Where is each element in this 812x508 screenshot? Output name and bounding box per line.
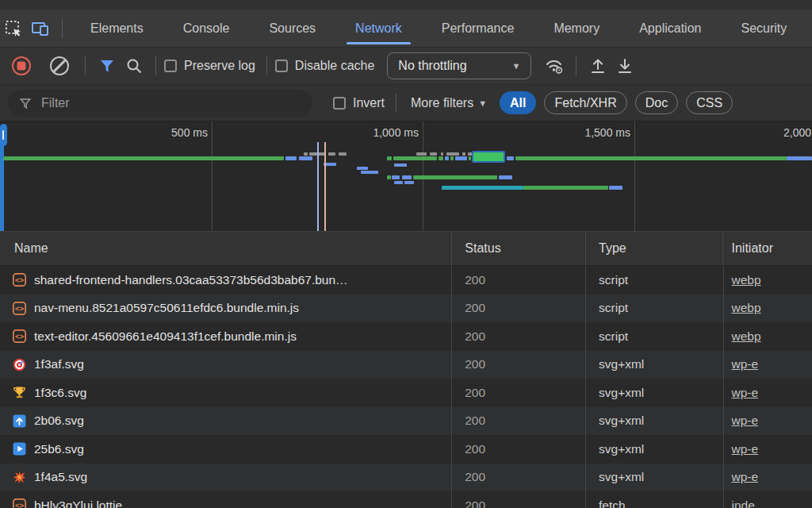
column-header-status[interactable]: Status <box>451 232 585 265</box>
request-initiator-cell: wp-e <box>723 379 812 407</box>
tab-label: Console <box>183 21 230 36</box>
network-request-row[interactable]: 2b06.svg200svg+xmlwp-e <box>0 407 812 436</box>
tab-elements[interactable]: Elements <box>71 10 163 47</box>
filter-input[interactable] <box>8 90 312 117</box>
inspect-element-button[interactable] <box>0 15 27 42</box>
waterfall-bar <box>413 175 497 179</box>
waterfall-bar <box>328 152 335 156</box>
tab-performance[interactable]: Performance <box>422 10 534 47</box>
initiator-link[interactable]: wp-e <box>732 357 759 371</box>
import-har-button[interactable] <box>584 52 611 79</box>
requests-table-header: Name Status Type Initiator <box>0 232 812 266</box>
divider <box>576 56 576 75</box>
waterfall-bar <box>450 156 454 160</box>
network-request-row[interactable]: <>text-editor.45609661e409413f1cef.bundl… <box>0 322 812 351</box>
network-request-row[interactable]: <>nav-menu.8521a0597c50611efdc6.bundle.m… <box>0 294 812 323</box>
waterfall-bar <box>416 152 427 156</box>
request-name: 1f3af.svg <box>34 357 84 371</box>
request-name: bHly3qYlui.lottie <box>34 498 122 508</box>
request-name: 25b6.svg <box>34 442 84 456</box>
column-header-initiator[interactable]: Initiator <box>722 232 812 265</box>
time-label: 2,000 ms <box>783 126 812 139</box>
tab-sources[interactable]: Sources <box>249 10 335 47</box>
network-overview[interactable]: 500 ms1,000 ms1,500 ms2,000 ms <box>0 121 812 232</box>
request-type-cell: script <box>585 322 722 351</box>
waterfall-bar <box>439 156 443 160</box>
request-status-cell: 200 <box>451 266 585 294</box>
network-request-row[interactable]: 1f4a5.svg200svg+xmlwp-e <box>0 464 812 492</box>
filter-pill-fetch-xhr[interactable]: Fetch/XHR <box>544 91 626 114</box>
initiator-link[interactable]: wp-e <box>732 386 759 400</box>
more-filters-button[interactable]: More filters <box>411 96 473 110</box>
devtools-tab-bar: ElementsConsoleSourcesNetworkPerformance… <box>0 10 812 48</box>
record-button[interactable] <box>12 56 31 75</box>
window-top-strip <box>0 0 812 10</box>
invert-checkbox[interactable] <box>333 97 346 110</box>
waterfall-bar <box>404 181 414 184</box>
initiator-link[interactable]: inde <box>732 498 755 508</box>
waterfall-bar <box>462 152 465 156</box>
script-icon: <> <box>13 498 26 508</box>
filter-toggle-button[interactable] <box>94 52 121 79</box>
download-icon <box>615 56 634 75</box>
filter-text-field[interactable] <box>40 95 278 111</box>
collision-icon <box>13 471 26 484</box>
tab-application[interactable]: Application <box>619 10 721 47</box>
devtools-window: ElementsConsoleSourcesNetworkPerformance… <box>0 0 812 508</box>
network-request-row[interactable]: 25b6.svg200svg+xmlwp-e <box>0 435 812 464</box>
panel-tabs: ElementsConsoleSourcesNetworkPerformance… <box>71 10 806 47</box>
request-type-filters: AllFetch/XHRDocCSS <box>500 91 741 114</box>
request-name-cell: 1f3af.svg <box>0 351 451 379</box>
network-request-row[interactable]: <>shared-frontend-handlers.03caa53373b56… <box>0 266 812 294</box>
network-conditions-button[interactable] <box>541 52 568 79</box>
network-request-row[interactable]: <>bHly3qYlui.lottie200fetchinde <box>0 491 812 508</box>
time-label: 1,500 ms <box>535 126 630 139</box>
request-name-cell: <>text-editor.45609661e409413f1cef.bundl… <box>0 322 451 351</box>
waterfall-bar <box>285 156 297 160</box>
overview-left-grip[interactable] <box>0 124 7 146</box>
initiator-link[interactable]: webp <box>732 273 761 287</box>
column-header-type[interactable]: Type <box>585 232 722 265</box>
initiator-link[interactable]: wp-e <box>732 442 759 456</box>
tab-network[interactable]: Network <box>335 10 422 47</box>
time-label: 500 ms <box>113 126 208 139</box>
waterfall-bar <box>304 152 308 156</box>
initiator-link[interactable]: wp-e <box>732 470 759 484</box>
column-header-name[interactable]: Name <box>0 232 451 265</box>
network-request-row[interactable]: 1f3c6.svg200svg+xmlwp-e <box>0 379 812 407</box>
waterfall-bar <box>402 175 412 179</box>
chevron-down-icon: ▼ <box>511 61 520 71</box>
waterfall-bar <box>442 186 523 190</box>
initiator-link[interactable]: webp <box>732 301 761 315</box>
tab-memory[interactable]: Memory <box>534 10 619 47</box>
network-request-row[interactable]: 1f3af.svg200svg+xmlwp-e <box>0 351 812 379</box>
throttling-select[interactable]: No throttling ▼ <box>387 52 531 79</box>
filter-pill-css[interactable]: CSS <box>686 91 733 114</box>
export-har-button[interactable] <box>611 52 638 79</box>
waterfall-bar <box>499 175 512 179</box>
filter-pill-all[interactable]: All <box>500 91 536 114</box>
request-type-cell: svg+xml <box>585 351 722 379</box>
waterfall-bar <box>357 167 368 170</box>
svg-text:<>: <> <box>15 275 25 284</box>
waterfall-bar <box>445 156 449 160</box>
toggle-device-toolbar-button[interactable] <box>27 15 54 42</box>
tab-console[interactable]: Console <box>163 10 250 47</box>
search-button[interactable] <box>121 52 147 79</box>
time-label: 1,000 ms <box>324 126 419 139</box>
tab-security[interactable]: Security <box>721 10 806 47</box>
initiator-link[interactable]: webp <box>732 329 761 344</box>
request-status-cell: 200 <box>451 435 585 464</box>
clear-network-log-button[interactable] <box>50 56 69 75</box>
initiator-link[interactable]: wp-e <box>732 414 759 428</box>
preserve-log-checkbox[interactable] <box>164 60 177 72</box>
request-name-cell: 1f3c6.svg <box>0 379 451 407</box>
waterfall-bar <box>339 152 347 156</box>
request-initiator-cell: wp-e <box>723 351 812 379</box>
disable-cache-checkbox[interactable] <box>275 60 288 72</box>
svg-text:<>: <> <box>15 304 25 313</box>
tab-label: Memory <box>553 21 599 36</box>
script-icon: <> <box>13 329 26 343</box>
request-name-cell: <>nav-menu.8521a0597c50611efdc6.bundle.m… <box>0 294 451 323</box>
filter-pill-doc[interactable]: Doc <box>635 91 678 114</box>
